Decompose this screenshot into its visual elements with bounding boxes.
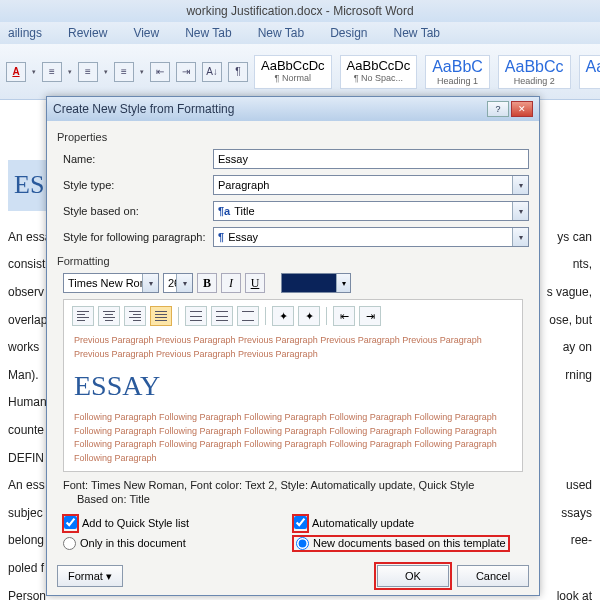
style-heading2[interactable]: AaBbCcHeading 2 xyxy=(498,55,571,89)
chevron-down-icon: ▾ xyxy=(336,274,350,292)
name-label: Name: xyxy=(63,153,213,165)
underline-button[interactable]: U xyxy=(245,273,265,293)
tab-new3[interactable]: New Tab xyxy=(394,26,440,40)
preview-prev-text: Previous Paragraph Previous Paragraph Pr… xyxy=(74,334,512,361)
properties-section: Properties xyxy=(57,131,529,143)
font-color-icon[interactable]: A xyxy=(6,62,26,82)
add-quickstyle-checkbox[interactable] xyxy=(64,516,77,529)
add-quickstyle-label: Add to Quick Style list xyxy=(82,517,189,529)
create-style-dialog: Create New Style from Formatting ? ✕ Pro… xyxy=(46,96,540,596)
help-button[interactable]: ? xyxy=(487,101,509,117)
type-label: Style type: xyxy=(63,179,213,191)
spacing-2-button[interactable] xyxy=(237,306,259,326)
dialog-title: Create New Style from Formatting xyxy=(53,102,234,116)
align-left-button[interactable] xyxy=(72,306,94,326)
bold-button[interactable]: B xyxy=(197,273,217,293)
pilcrow-icon: ¶ xyxy=(218,231,224,243)
font-size-combo[interactable]: ▾ xyxy=(163,273,193,293)
chevron-down-icon: ▾ xyxy=(512,202,528,220)
italic-button[interactable]: I xyxy=(221,273,241,293)
style-normal[interactable]: AaBbCcDc¶ Normal xyxy=(254,55,332,89)
increase-indent-icon[interactable]: ⇥ xyxy=(176,62,196,82)
following-select[interactable]: ¶Essay▾ xyxy=(213,227,529,247)
show-marks-icon[interactable]: ¶ xyxy=(228,62,248,82)
align-right-button[interactable] xyxy=(124,306,146,326)
spacing-1-button[interactable] xyxy=(185,306,207,326)
chevron-down-icon: ▾ xyxy=(512,228,528,246)
font-name-combo[interactable]: ▾ xyxy=(63,273,159,293)
tab-view[interactable]: View xyxy=(133,26,159,40)
tab-mailings[interactable]: ailings xyxy=(8,26,42,40)
spacing-15-button[interactable] xyxy=(211,306,233,326)
close-button[interactable]: ✕ xyxy=(511,101,533,117)
preview-heading: ESSAY xyxy=(74,361,512,411)
decrease-indent-icon[interactable]: ⇤ xyxy=(150,62,170,82)
based-on-select[interactable]: ¶aTitle▾ xyxy=(213,201,529,221)
space-before-button[interactable]: ✦ xyxy=(272,306,294,326)
bullets-icon[interactable]: ≡ xyxy=(42,62,62,82)
tab-design[interactable]: Design xyxy=(330,26,367,40)
formatting-section: Formatting xyxy=(57,255,529,267)
align-justify-button[interactable] xyxy=(150,306,172,326)
auto-update-label: Automatically update xyxy=(312,517,414,529)
preview-following-text: Following Paragraph Following Paragraph … xyxy=(74,411,512,465)
styles-gallery: AaBbCcDc¶ Normal AaBbCcDc¶ No Spac... Aa… xyxy=(254,55,600,89)
style-heading1[interactable]: AaBbCHeading 1 xyxy=(425,55,490,89)
ribbon-tabs: ailings Review View New Tab New Tab Desi… xyxy=(0,22,600,44)
chevron-down-icon: ▾ xyxy=(512,176,528,194)
style-description: Font: Times New Roman, Font color: Text … xyxy=(63,478,523,507)
name-input[interactable] xyxy=(213,149,529,169)
sort-icon[interactable]: A↓ xyxy=(202,62,222,82)
preview-pane: ✦ ✦ ⇤ ⇥ Previous Paragraph Previous Para… xyxy=(63,299,523,472)
multilevel-icon[interactable]: ≡ xyxy=(114,62,134,82)
only-this-doc-radio[interactable] xyxy=(63,537,76,550)
cancel-button[interactable]: Cancel xyxy=(457,565,529,587)
app-titlebar: working Justification.docx - Microsoft W… xyxy=(0,0,600,22)
tab-new1[interactable]: New Tab xyxy=(185,26,231,40)
style-heading3[interactable]: AaBbCcDHeading 3 xyxy=(579,55,600,89)
format-button[interactable]: Format ▾ xyxy=(57,565,123,587)
tab-review[interactable]: Review xyxy=(68,26,107,40)
pilcrow-icon: ¶a xyxy=(218,205,230,217)
indent-left-button[interactable]: ⇤ xyxy=(333,306,355,326)
space-after-button[interactable]: ✦ xyxy=(298,306,320,326)
align-center-button[interactable] xyxy=(98,306,120,326)
dropdown-icon[interactable]: ▾ xyxy=(32,68,36,76)
ribbon: A ▾ ≡▾ ≡▾ ≡▾ ⇤ ⇥ A↓ ¶ AaBbCcDc¶ Normal A… xyxy=(0,44,600,100)
only-this-doc-label: Only in this document xyxy=(80,537,186,549)
template-label: New documents based on this template xyxy=(313,537,506,549)
indent-right-button[interactable]: ⇥ xyxy=(359,306,381,326)
based-on-label: Style based on: xyxy=(63,205,213,217)
dialog-titlebar: Create New Style from Formatting ? ✕ xyxy=(47,97,539,121)
ok-button[interactable]: OK xyxy=(377,565,449,587)
following-label: Style for following paragraph: xyxy=(63,231,213,243)
style-nospacing[interactable]: AaBbCcDc¶ No Spac... xyxy=(340,55,418,89)
auto-update-checkbox[interactable] xyxy=(294,516,307,529)
font-color-picker[interactable]: ▾ xyxy=(281,273,351,293)
numbering-icon[interactable]: ≡ xyxy=(78,62,98,82)
template-radio[interactable] xyxy=(296,537,309,550)
style-type-select[interactable]: Paragraph▾ xyxy=(213,175,529,195)
tab-new2[interactable]: New Tab xyxy=(258,26,304,40)
